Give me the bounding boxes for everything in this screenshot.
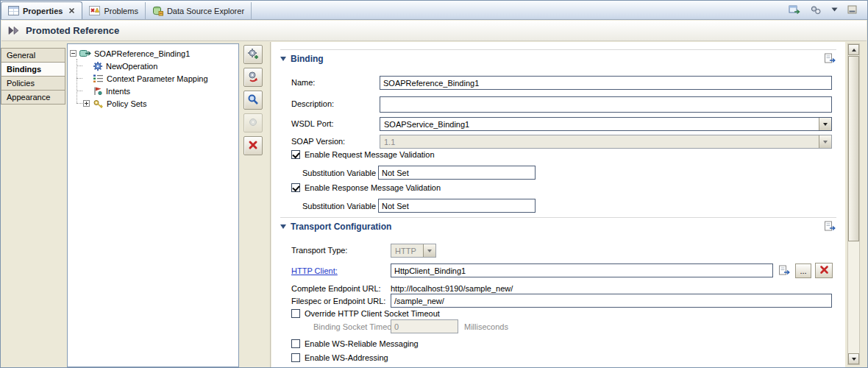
delete-x-icon (248, 140, 258, 152)
panel-divider (270, 42, 271, 367)
ws-reliable-checkbox[interactable]: Enable WS-Reliable Messaging (291, 339, 419, 348)
promoted-reference-icon (7, 26, 21, 35)
checkbox-icon[interactable] (291, 309, 300, 318)
binding-section-action-icon[interactable] (824, 53, 836, 64)
tab-problems-label: Problems (104, 7, 138, 15)
tab-problems[interactable]: Problems (82, 2, 145, 19)
clear-http-client-button[interactable] (815, 263, 833, 278)
delete-button[interactable] (243, 136, 263, 155)
request-substitution-input[interactable] (378, 166, 536, 180)
response-substitution-input[interactable] (378, 199, 536, 213)
soap-version-label: SOAP Version: (291, 137, 345, 146)
transport-section-action-icon[interactable] (824, 221, 836, 232)
transport-type-label: Transport Type: (291, 246, 347, 255)
vertical-scrollbar[interactable] (847, 43, 860, 365)
transport-section-header[interactable]: Transport Configuration (280, 217, 836, 232)
data-source-explorer-icon (152, 6, 163, 16)
reference-binding-icon (79, 49, 91, 58)
tree-root-label: SOAPReference_Binding1 (94, 49, 190, 58)
soap-version-select: 1.1 (380, 135, 832, 149)
checkbox-icon[interactable] (291, 339, 300, 348)
name-input[interactable] (380, 76, 832, 90)
nav-item-general[interactable]: General (1, 48, 65, 63)
transport-type-select: HTTP (391, 244, 436, 258)
response-validation-label: Enable Response Message Validation (305, 183, 441, 192)
nav-item-appearance[interactable]: Appearance (1, 90, 65, 105)
socket-timeout-unit: Milliseconds (464, 322, 508, 331)
scroll-down-button[interactable] (848, 353, 859, 364)
view-header: Promoted Reference (1, 21, 867, 41)
http-client-link[interactable]: HTTP Client: (291, 266, 338, 275)
transport-section-title: Transport Configuration (291, 222, 391, 232)
wsdl-port-label: WSDL Port: (291, 119, 334, 128)
view-toolbar (789, 0, 867, 19)
dropdown-button (423, 244, 435, 257)
nav-item-bindings[interactable]: Bindings (1, 62, 65, 77)
ws-addressing-checkbox[interactable]: Enable WS-Addressing (291, 353, 388, 362)
remove-operation-button[interactable] (243, 68, 263, 87)
binding-form: Binding Name: Description: WSDL Port: SO… (271, 42, 845, 367)
binding-section-title: Binding (291, 54, 324, 64)
nav-item-bindings-label: Bindings (7, 65, 41, 74)
pin-view-icon[interactable] (810, 4, 822, 15)
parameter-mapping-icon (93, 74, 104, 83)
nav-item-appearance-label: Appearance (7, 93, 50, 102)
nav-item-policies-label: Policies (7, 79, 35, 88)
filespec-input[interactable] (391, 294, 832, 308)
response-validation-checkbox[interactable]: Enable Response Message Validation (291, 183, 441, 192)
description-input[interactable] (380, 96, 832, 113)
tree-item-new-operation[interactable]: NewOperation (74, 60, 238, 72)
tree-item-intents[interactable]: Intents (74, 85, 238, 97)
add-operation-button[interactable] (243, 45, 263, 64)
scroll-up-button[interactable] (848, 44, 859, 55)
section-collapse-twistie-icon[interactable] (280, 57, 286, 61)
tab-data-source-explorer-label: Data Source Explorer (167, 7, 244, 15)
nav-item-policies[interactable]: Policies (1, 76, 65, 91)
link-editor-icon[interactable] (789, 4, 800, 15)
endpoint-url-value: http://localhost:9190/sample_new/ (391, 284, 513, 293)
expand-expander-icon[interactable] (83, 100, 90, 107)
arrow-up-icon (852, 49, 856, 52)
policy-keys-icon (93, 99, 104, 109)
request-validation-checkbox[interactable]: Enable Request Message Validation (291, 150, 435, 159)
wsdl-port-select[interactable]: SOAPService_Binding1 (380, 117, 832, 131)
minimize-icon[interactable] (847, 5, 857, 14)
add-operation-icon (247, 48, 259, 61)
section-collapse-twistie-icon[interactable] (280, 224, 286, 229)
tree-item-policy-sets[interactable]: Policy Sets (74, 97, 238, 110)
scrollbar-thumb[interactable] (848, 56, 859, 241)
ws-reliable-label: Enable WS-Reliable Messaging (305, 339, 419, 348)
tree-children: NewOperation Context Parameter Mapping I… (74, 60, 238, 110)
filespec-label: Filespec or Endpoint URL: (291, 297, 385, 305)
http-client-input[interactable] (391, 263, 773, 277)
properties-nav: General Bindings Policies Appearance (1, 42, 65, 367)
nav-item-general-label: General (7, 51, 35, 60)
browse-http-client-button[interactable]: ... (795, 263, 811, 278)
description-label: Description: (291, 99, 334, 108)
arrow-down-icon (852, 358, 856, 361)
request-substitution-label: Substitution Variable (302, 169, 376, 177)
view-tab-bar: Properties Problems Data Source Explorer (1, 1, 867, 20)
dropdown-button[interactable] (819, 118, 831, 130)
binding-actions-toolbar (243, 45, 263, 155)
operation-gear-icon (93, 61, 103, 71)
view-menu-chevron-icon[interactable] (831, 7, 838, 12)
tree-item-context-parameter-mapping[interactable]: Context Parameter Mapping (74, 72, 238, 85)
checkbox-icon[interactable] (291, 183, 300, 192)
close-icon[interactable] (68, 7, 75, 14)
binding-section-header[interactable]: Binding (280, 49, 836, 64)
tree-root-row[interactable]: SOAPReference_Binding1 (70, 47, 238, 60)
checkbox-icon[interactable] (291, 150, 300, 159)
tab-data-source-explorer[interactable]: Data Source Explorer (146, 2, 252, 19)
new-http-client-icon[interactable] (777, 263, 791, 277)
soap-version-value: 1.1 (380, 138, 819, 146)
transport-type-value: HTTP (391, 247, 423, 255)
override-timeout-checkbox[interactable]: Override HTTP Client Socket Timeout (291, 309, 440, 318)
collapse-expander-icon[interactable] (70, 50, 77, 57)
checkbox-icon[interactable] (291, 353, 300, 362)
browse-button-label: ... (800, 266, 806, 275)
browse-button[interactable] (243, 91, 263, 110)
response-substitution-label: Substitution Variable (302, 202, 376, 210)
tab-properties[interactable]: Properties (1, 1, 82, 19)
tree-item-label: Intents (106, 87, 130, 96)
